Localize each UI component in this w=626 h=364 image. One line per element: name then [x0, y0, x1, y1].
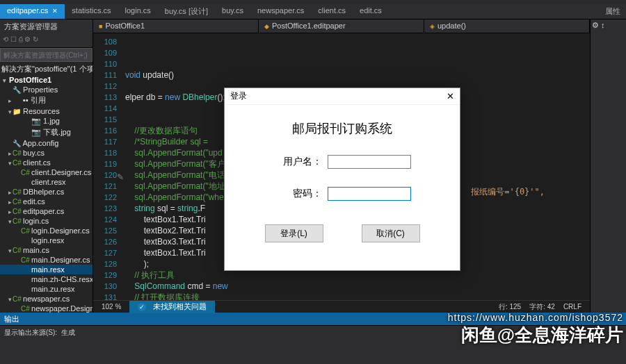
- tab-login-cs[interactable]: login.cs: [118, 4, 158, 19]
- solution-tree: 解决方案"postoffice"(1 个项目/▾ PostOffice1🔧 Pr…: [0, 62, 93, 313]
- solution-explorer: 方案资源管理器 ⟲ ☐ ⎙ ⚙ ↻ 解决方案"postoffice"(1 个项目…: [0, 19, 93, 313]
- properties-toolbar[interactable]: ⚙ ↕: [591, 19, 626, 47]
- outline-marker[interactable]: ✎: [117, 172, 124, 182]
- password-label: 密码：: [273, 188, 322, 200]
- breadcrumb-namespace[interactable]: ■PostOffice1: [93, 19, 259, 33]
- tree-item[interactable]: C# newspaper.Designer: [0, 304, 93, 313]
- explorer-title: 方案资源管理器: [0, 19, 93, 34]
- tree-item[interactable]: 🔧 Properties: [0, 85, 93, 94]
- tree-item[interactable]: ▸C# edit.cs: [0, 197, 93, 206]
- tree-item[interactable]: C# client.Designer.cs: [0, 167, 93, 177]
- tree-item[interactable]: ▸C# buy.cs: [0, 148, 93, 158]
- properties-pane: ⚙ ↕: [590, 19, 626, 313]
- close-icon[interactable]: ✕: [447, 91, 454, 101]
- zoom-level[interactable]: 102 %: [102, 303, 121, 311]
- tab-editpaper-cs[interactable]: editpaper.cs✕: [0, 4, 65, 19]
- tree-item[interactable]: ▸ ▪▪ 引用: [0, 94, 93, 106]
- output-source-label: 显示输出来源(S):: [4, 328, 57, 338]
- col-indicator: 字符: 42: [529, 302, 555, 312]
- tree-item[interactable]: main.zh-CHS.resx: [0, 274, 93, 284]
- tree-item[interactable]: C# login.Designer.cs: [0, 226, 93, 235]
- crlf-indicator[interactable]: CRLF: [563, 303, 581, 311]
- tree-item[interactable]: main.resx: [0, 265, 93, 274]
- tree-item[interactable]: 📷 1.jpg: [0, 116, 93, 126]
- tab-edit-cs[interactable]: edit.cs: [353, 4, 389, 19]
- password-input[interactable]: [328, 187, 411, 201]
- tree-item[interactable]: main.zu.resx: [0, 284, 93, 294]
- solution-node[interactable]: 解决方案"postoffice"(1 个项目/: [0, 63, 93, 75]
- output-source-value[interactable]: 生成: [61, 328, 75, 338]
- properties-label[interactable]: 属性: [600, 4, 626, 19]
- login-button[interactable]: 登录(L): [265, 224, 323, 242]
- breadcrumb: ■PostOffice1 ◆PostOffice1.editpaper ◈upd…: [93, 19, 590, 33]
- tree-item[interactable]: ▾C# newspaper.cs: [0, 294, 93, 304]
- overflow-string: 报纸编号='{0}'",: [471, 186, 545, 198]
- tab-client-cs[interactable]: client.cs: [311, 4, 353, 19]
- tree-item[interactable]: ▸C# DBhelper.cs: [0, 187, 93, 197]
- tab-buy-cs-----[interactable]: buy.cs [设计]: [158, 4, 215, 19]
- issues-indicator[interactable]: ✓未找到相关问题: [129, 301, 215, 313]
- project-node[interactable]: ▾ PostOffice1: [0, 75, 93, 85]
- tab-buy-cs[interactable]: buy.cs: [215, 4, 250, 19]
- tree-item[interactable]: ▾C# main.cs: [0, 245, 93, 255]
- output-toolbar: 显示输出来源(S): 生成: [0, 325, 626, 339]
- tree-item[interactable]: ▾C# client.cs: [0, 158, 93, 167]
- cancel-button[interactable]: 取消(C): [362, 224, 420, 242]
- tab-statistics-cs[interactable]: statistics.cs: [65, 4, 118, 19]
- tree-item[interactable]: ▸C# editpaper.cs: [0, 206, 93, 216]
- breadcrumb-class[interactable]: ◆PostOffice1.editpaper: [259, 19, 424, 33]
- login-dialog: 登录 ✕ 邮局报刊订购系统 用户名： 密码： 登录(L) 取消(C): [224, 88, 460, 271]
- close-icon[interactable]: ✕: [52, 8, 58, 15]
- username-input[interactable]: [328, 155, 411, 169]
- dialog-heading: 邮局报刊订购系统: [225, 120, 460, 137]
- tree-item[interactable]: ▾📁 Resources: [0, 106, 93, 116]
- tree-item[interactable]: ▾C# login.cs: [0, 216, 93, 226]
- tree-item[interactable]: login.resx: [0, 235, 93, 245]
- tree-item[interactable]: 📷 下载.jpg: [0, 126, 93, 138]
- editor-statusbar: 102 % ✓未找到相关问题 行: 125 字符: 42 CRLF: [93, 300, 590, 313]
- tab-newspaper-cs[interactable]: newspaper.cs: [250, 4, 311, 19]
- tree-item[interactable]: 🔧 App.config: [0, 138, 93, 148]
- explorer-toolbar[interactable]: ⟲ ☐ ⎙ ⚙ ↻: [0, 34, 93, 48]
- breadcrumb-method[interactable]: ◈update(): [424, 19, 590, 33]
- output-header[interactable]: 输出: [0, 313, 626, 325]
- line-gutter: 1081091101111121131141151161171181191201…: [93, 33, 121, 300]
- explorer-search[interactable]: [0, 48, 93, 62]
- username-label: 用户名：: [273, 156, 322, 168]
- line-indicator: 行: 125: [499, 302, 521, 312]
- dialog-title: 登录: [230, 90, 247, 102]
- tree-item[interactable]: client.resx: [0, 177, 93, 187]
- tab-bar: editpaper.cs✕statistics.cslogin.csbuy.cs…: [0, 4, 626, 19]
- tree-item[interactable]: C# main.Designer.cs: [0, 255, 93, 265]
